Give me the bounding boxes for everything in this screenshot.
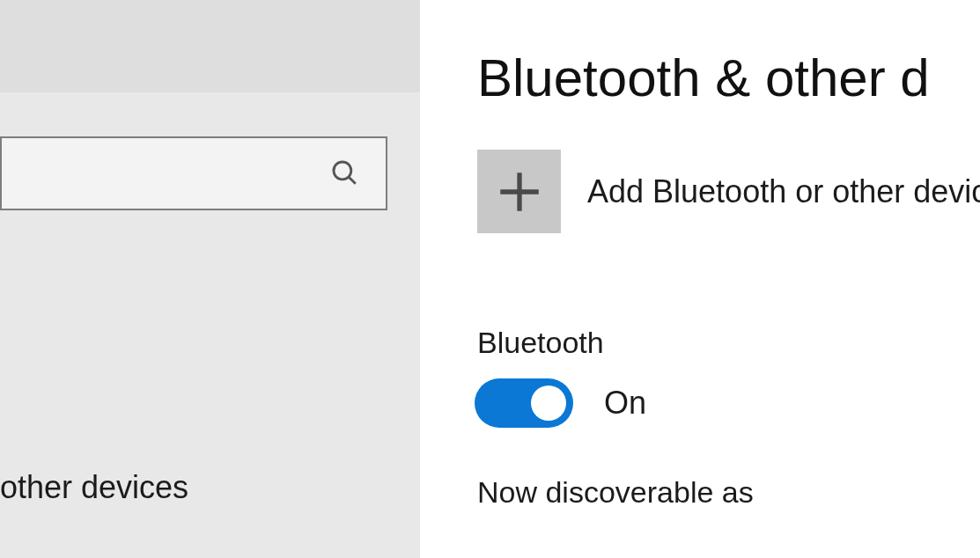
bluetooth-toggle[interactable] [475, 378, 573, 428]
settings-sidebar: other devices anners [0, 0, 420, 558]
settings-main-panel: Bluetooth & other d Add Bluetooth or oth… [420, 0, 980, 558]
svg-point-0 [334, 161, 351, 179]
add-device-row[interactable]: Add Bluetooth or other devic [477, 150, 980, 233]
sidebar-item-bluetooth-other-devices[interactable]: other devices [0, 469, 188, 506]
page-title: Bluetooth & other d [477, 48, 930, 108]
search-icon [329, 158, 359, 187]
bluetooth-toggle-state: On [604, 385, 646, 422]
plus-icon [494, 166, 545, 217]
toggle-knob [531, 385, 566, 421]
add-device-button[interactable] [477, 150, 561, 233]
bluetooth-section-label: Bluetooth [477, 326, 604, 360]
sidebar-search[interactable] [0, 136, 387, 210]
bluetooth-toggle-row: On [475, 378, 646, 428]
add-device-label: Add Bluetooth or other devic [587, 173, 980, 210]
sidebar-header-band [0, 0, 420, 92]
svg-line-1 [349, 176, 356, 183]
search-input[interactable] [0, 158, 329, 189]
search-button[interactable] [329, 158, 359, 190]
discoverable-text: Now discoverable as [477, 475, 754, 510]
